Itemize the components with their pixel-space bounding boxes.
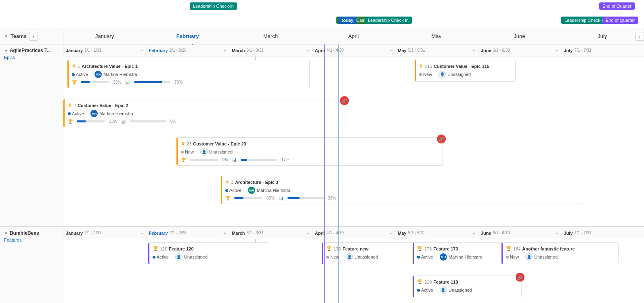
trophy-120: 🏆 xyxy=(153,246,158,251)
feature119-link-badge: 🔗 xyxy=(516,273,524,282)
f184-title: Another fantastic feature xyxy=(522,246,575,251)
month-june: June xyxy=(478,28,561,44)
feb-tick-bb xyxy=(256,239,256,242)
bumblebees-section: ▼ BumbleBees Features January 1/1 - 1/31… xyxy=(0,227,644,303)
agile-jul-header: July 7/1 - 7/31 xyxy=(561,44,644,56)
crown-icon-1: ♛ xyxy=(72,63,76,69)
end-of-quarter-line xyxy=(324,0,325,303)
epic1-status: Active xyxy=(72,72,88,77)
add-jun-button[interactable]: + xyxy=(555,47,558,54)
bumblebees-team-type[interactable]: Features xyxy=(4,238,59,242)
epic23-title: Customer Value - Epic 23 xyxy=(193,141,246,146)
epic1-avatar: MH xyxy=(94,71,102,78)
bumblebees-team-name: ▼ BumbleBees xyxy=(4,230,59,236)
bb-add-may-button[interactable]: + xyxy=(472,230,476,236)
feature-184-card[interactable]: 🏆 184 Another fantastic feature New 👤 xyxy=(501,242,619,264)
feature-120-card[interactable]: 🏆 120 Feature 120 Active 👤 Unassig xyxy=(148,242,269,264)
today-line xyxy=(338,14,339,303)
bb-add-jan-button[interactable]: + xyxy=(140,230,143,236)
agile-may-header: May 5/1 - 5/31 + xyxy=(395,44,478,56)
add-jan-button[interactable]: + xyxy=(140,47,143,54)
bb-add-mar-button[interactable]: + xyxy=(306,230,310,236)
epic1-progress: 🏆 33% 📊 78% xyxy=(72,80,306,84)
epic3-title: Architecture - Epic 3 xyxy=(235,180,278,185)
bb-add-feb-button[interactable]: + xyxy=(223,230,227,236)
f173-title: Feature 173 xyxy=(433,246,458,251)
epic2-title: Customer Value - Epic 2 xyxy=(78,103,128,108)
epic3-avatar: MH xyxy=(248,187,255,194)
epic2-link-badge: 🔗 xyxy=(340,96,349,105)
epic1-number: 1 xyxy=(78,64,80,69)
epic2-avatar: MH xyxy=(90,110,98,117)
teams-header: ▼ Teams ‹ xyxy=(0,28,63,44)
epic115-avatar: 👤 xyxy=(438,71,446,78)
main-content: ▼ AgilePractices T... Epics January 1/1 … xyxy=(0,44,644,303)
month-july: July xyxy=(561,28,644,44)
f173-avatar: MH xyxy=(440,253,447,261)
epic1-title: Architecture Value - Epic 1 xyxy=(82,64,138,69)
month-march: March xyxy=(229,28,312,44)
epic-23-card[interactable]: 🔗 ♛ 23 Customer Value - Epic 23 New xyxy=(176,137,443,166)
end-of-quarter-tag-top: End of Quarter xyxy=(599,2,635,10)
today-button[interactable]: today xyxy=(338,17,357,24)
bumblebees-month-headers: January 1/1 - 1/31 + February 2/1 - 2/28… xyxy=(63,227,644,239)
agile-jan-header: January 1/1 - 1/31 + xyxy=(63,44,147,56)
bumblebees-collapse-icon[interactable]: ▼ xyxy=(4,231,8,236)
f184-avatar: 👤 xyxy=(525,253,533,261)
f135-title: Feature new xyxy=(342,246,368,251)
bumblebees-timeline: January 1/1 - 1/31 + February 2/1 - 2/28… xyxy=(63,227,644,303)
month-february: February xyxy=(146,28,229,44)
bb-add-jun-button[interactable]: + xyxy=(555,230,558,236)
bb-add-apr-button[interactable]: + xyxy=(389,230,392,236)
agile-sidebar: ▼ AgilePractices T... Epics xyxy=(0,44,63,226)
epic1-prog2-fill xyxy=(134,81,162,83)
collapse-teams-icon[interactable]: ▼ xyxy=(4,34,8,38)
month-january: January xyxy=(63,28,146,44)
trophy-184: 🏆 xyxy=(506,246,512,251)
add-mar-button[interactable]: + xyxy=(306,47,310,54)
crown-icon-115: ♛ xyxy=(419,63,423,69)
add-may-button[interactable]: + xyxy=(472,47,476,54)
agile-mar-header: March 3/1 - 3/31 + xyxy=(229,44,313,56)
prev-nav-button[interactable]: ‹ xyxy=(29,32,38,41)
add-feb-button[interactable]: + xyxy=(223,47,227,54)
epic23-avatar: 👤 xyxy=(200,148,208,156)
epic1-prog1-fill xyxy=(81,81,90,83)
agile-team-name: ▼ AgilePractices T... xyxy=(4,48,59,53)
epic115-meta: New 👤 Unassigned xyxy=(419,71,512,78)
bumblebees-cards-area: 🏆 120 Feature 120 Active 👤 Unassig xyxy=(63,239,644,303)
trophy-119: 🏆 xyxy=(417,279,423,284)
epic-1-card[interactable]: ♛ 1 Architecture Value - Epic 1 Active M… xyxy=(67,60,310,88)
agile-feb-header: February 2/1 - 2/28 + xyxy=(147,44,230,56)
feb-tick-agile xyxy=(256,57,256,60)
agile-timeline: January 1/1 - 1/31 + February 2/1 - 2/28… xyxy=(63,44,644,226)
agile-month-headers: January 1/1 - 1/31 + February 2/1 - 2/28… xyxy=(63,44,644,57)
add-apr-button[interactable]: + xyxy=(389,47,392,54)
epic-2-card[interactable]: 🔗 ♛ 2 Customer Value - Epic 2 Active xyxy=(63,99,346,127)
crown-icon-23: ♛ xyxy=(181,141,185,146)
agile-team-section: ▼ AgilePractices T... Epics January 1/1 … xyxy=(0,44,644,227)
month-may: May xyxy=(395,28,478,44)
agile-cards-area: ♛ 1 Architecture Value - Epic 1 Active M… xyxy=(63,57,644,226)
agile-jun-header: June 6/1 - 6/30 + xyxy=(478,44,562,56)
next-nav-button[interactable]: › xyxy=(635,32,644,41)
f119-title: Feature 119 xyxy=(433,280,458,284)
leadership-checkin-tag-2: Leadership Check-in xyxy=(365,17,412,24)
f120-title: Feature 120 xyxy=(169,246,193,251)
epic-115-card[interactable]: ♛ 115 Customer Value - Epic 115 New 👤 xyxy=(415,60,516,82)
crown-icon-3: ♛ xyxy=(225,179,229,185)
leadership-checkin-tag-3: Leadership Check-in xyxy=(561,17,608,24)
trophy-173: 🏆 xyxy=(417,246,423,251)
epic-3-card[interactable]: ♛ 3 Architecture - Epic 3 Active MH xyxy=(221,176,584,204)
epic115-title: Customer Value - Epic 115 xyxy=(434,64,489,69)
bumblebees-sidebar: ▼ BumbleBees Features xyxy=(0,227,63,303)
feature-119-card[interactable]: 🔗 🏆 119 Feature 119 Active xyxy=(413,276,522,297)
leadership-checkin-tag-1: Leadership Check-in xyxy=(190,2,237,10)
month-headers: January February March April May June Ju… xyxy=(63,28,644,44)
f135-avatar: 👤 xyxy=(346,253,353,261)
month-april: April xyxy=(312,28,395,44)
epic23-link-badge: 🔗 xyxy=(437,135,446,143)
agile-team-type[interactable]: Epics xyxy=(4,55,59,60)
trophy-135: 🏆 xyxy=(326,246,332,251)
agile-collapse-icon[interactable]: ▼ xyxy=(4,48,8,53)
